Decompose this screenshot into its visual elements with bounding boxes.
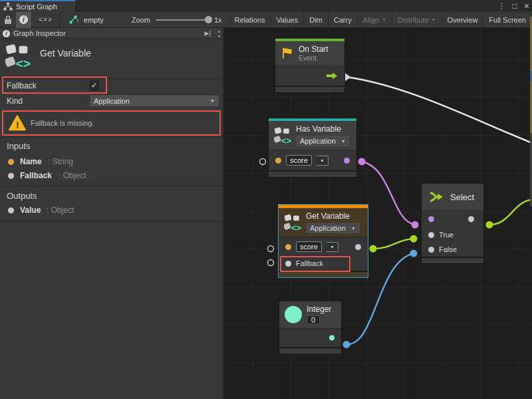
maximize-icon[interactable]: □: [513, 0, 517, 12]
chevron-down-icon[interactable]: ▼: [327, 242, 338, 252]
node-header[interactable]: Select: [422, 184, 483, 210]
tab-script-graph[interactable]: Script Graph: [0, 0, 75, 12]
variables-icon: [274, 127, 291, 144]
dock-icon[interactable]: ▶]: [205, 30, 211, 37]
node-body: [279, 328, 341, 347]
node-on-start[interactable]: On Start Event: [275, 39, 344, 92]
bool-wire-endpoint[interactable]: [358, 158, 366, 166]
carry-button[interactable]: Carry: [329, 12, 358, 28]
node-header[interactable]: Integer 0: [279, 301, 341, 328]
node-select[interactable]: Select True False: [422, 184, 483, 263]
node-title: Integer: [307, 305, 331, 314]
graph-pointer-icon: [69, 15, 80, 24]
flow-arrow-icon[interactable]: [326, 72, 338, 80]
warning-icon: !: [8, 114, 27, 132]
unconnected-port[interactable]: [260, 159, 266, 165]
condition-input-port[interactable]: [428, 216, 434, 222]
wire-object-select-out[interactable]: [489, 200, 532, 225]
select-icon: [428, 190, 446, 203]
scroll-down-icon[interactable]: ▼: [217, 34, 221, 39]
kind-dropdown[interactable]: Application ▼: [89, 94, 219, 107]
wire-object-get-variable-select[interactable]: [373, 239, 414, 249]
bool-output-port[interactable]: [344, 158, 350, 164]
relations-button[interactable]: Relations: [229, 12, 271, 28]
unit-title: Get Variable: [40, 48, 91, 59]
kind-field-label: Kind: [7, 96, 23, 106]
code-preview-button[interactable]: <×>: [32, 12, 59, 28]
wire-flow-on-start[interactable]: [348, 77, 532, 143]
object-wire-endpoint[interactable]: [410, 235, 418, 243]
node-body: score ▼ Fallback: [279, 237, 368, 271]
int-wire-endpoint[interactable]: [410, 250, 418, 257]
node-body: [275, 65, 344, 86]
output-pin-row: Value : Object: [0, 205, 223, 217]
dim-button[interactable]: Dim: [304, 12, 329, 28]
integer-value-field[interactable]: 0: [307, 315, 320, 325]
values-button[interactable]: Values: [271, 12, 304, 28]
int-output-port[interactable]: [329, 335, 334, 340]
int-wire-endpoint[interactable]: [343, 341, 350, 348]
tab-bar: Script Graph ⋮ □ ×: [0, 0, 532, 12]
integer-icon: [285, 306, 302, 323]
menu-icon[interactable]: ⋮: [498, 0, 506, 12]
flow-output-port[interactable]: [345, 73, 351, 81]
bool-wire-endpoint[interactable]: [412, 221, 419, 229]
lock-button[interactable]: [0, 12, 16, 28]
zoom-slider[interactable]: [156, 19, 209, 21]
pin-type: : Object: [59, 171, 86, 180]
node-header[interactable]: Get Variable Application ▼: [279, 208, 368, 237]
value-output-port[interactable]: [355, 244, 361, 250]
node-has-variable[interactable]: Has Variable Application ▼ score ▼: [269, 118, 356, 177]
chevron-down-icon[interactable]: ▼: [317, 156, 329, 166]
node-integer[interactable]: Integer 0: [279, 301, 341, 354]
close-icon[interactable]: ×: [524, 0, 529, 12]
true-port-label: True: [439, 231, 454, 239]
node-footer: [269, 172, 356, 177]
kind-dropdown[interactable]: Application ▼: [306, 223, 360, 233]
wire-bool-has-variable-select[interactable]: [362, 162, 415, 225]
true-input-port[interactable]: [428, 232, 434, 238]
object-wire-endpoint[interactable]: [370, 245, 377, 253]
unconnected-port[interactable]: [268, 246, 274, 252]
inspector-toggle-button[interactable]: i: [16, 12, 32, 28]
code-icon: <×>: [39, 16, 53, 23]
info-icon: i: [3, 30, 10, 37]
string-input-port[interactable]: [275, 158, 281, 164]
object-port-icon: [8, 207, 14, 213]
overview-button[interactable]: Overview: [442, 12, 484, 28]
object-wire-endpoint[interactable]: [486, 221, 493, 229]
zoom-slider-handle[interactable]: [205, 16, 212, 23]
node-footer: [422, 258, 483, 263]
unconnected-port[interactable]: [268, 260, 274, 266]
variable-name-field[interactable]: score: [286, 155, 312, 166]
result-output-port[interactable]: [468, 216, 474, 222]
graph-canvas[interactable]: On Start Event Has Variable: [224, 28, 532, 399]
warning-message: Fallback is missing.: [31, 119, 94, 127]
string-input-port[interactable]: [285, 244, 291, 250]
node-title: Select: [450, 192, 474, 202]
fallback-input-port[interactable]: [285, 261, 291, 267]
kind-dropdown[interactable]: Application ▼: [296, 136, 350, 146]
fallback-checkbox[interactable]: ✓: [89, 80, 99, 90]
full-screen-button[interactable]: Full Screen: [483, 12, 532, 28]
false-input-port[interactable]: [428, 247, 434, 253]
zoom-label: Zoom: [132, 16, 150, 24]
node-body: True False: [422, 210, 483, 257]
node-footer: [279, 272, 368, 277]
node-get-variable[interactable]: Get Variable Application ▼ score ▼ Fallb…: [279, 205, 368, 277]
node-footer: [275, 87, 344, 92]
graph-inspector-panel: i Graph Inspector ▶] ▲ ▼ Get Variable Fa…: [0, 28, 223, 399]
node-header[interactable]: On Start Event: [275, 41, 344, 65]
align-button: Align▼: [358, 12, 392, 28]
node-subtitle: Event: [299, 54, 329, 62]
script-graph-icon: [3, 3, 13, 11]
object-port-icon: [8, 173, 14, 179]
pin-name: Name: [20, 157, 42, 166]
scroll-up-icon[interactable]: ▲: [217, 29, 221, 34]
variables-icon: [5, 44, 31, 69]
variable-name-field[interactable]: score: [296, 241, 322, 252]
panel-scroll-arrows[interactable]: ▲ ▼: [217, 29, 221, 39]
node-header[interactable]: Has Variable Application ▼: [269, 121, 356, 150]
graph-toolbar: i <×> empty Zoom 1x Relations Values Dim…: [0, 12, 532, 28]
fallback-field-label: Fallback: [7, 81, 37, 90]
